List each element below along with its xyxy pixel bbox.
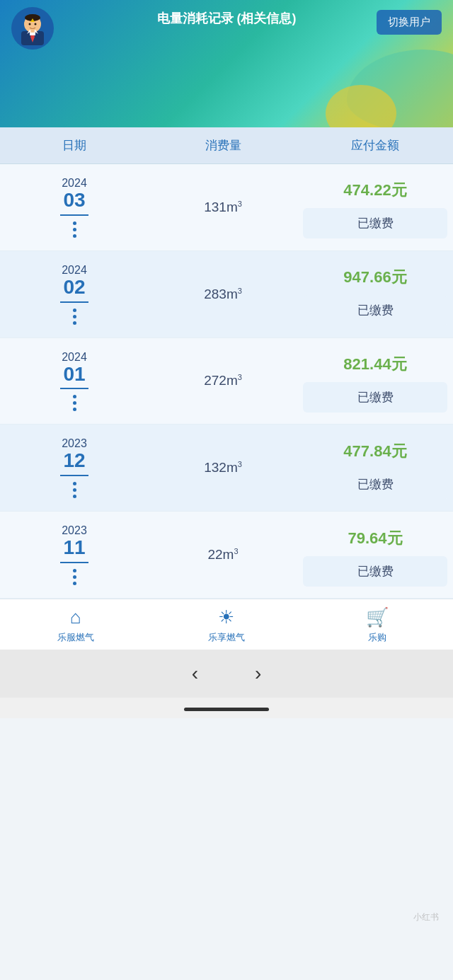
date-month-0: 03 bbox=[63, 190, 85, 212]
watermark: 小红书 bbox=[413, 911, 439, 923]
usage-value-4: 22 bbox=[207, 547, 222, 563]
svg-point-6 bbox=[29, 23, 31, 25]
home-icon: ⌂ bbox=[70, 606, 81, 628]
dot bbox=[73, 228, 76, 231]
dot bbox=[73, 221, 76, 225]
browser-nav: ‹ › bbox=[0, 650, 453, 698]
amount-status-4: 已缴费 bbox=[303, 556, 447, 587]
table-row[interactable]: 2023 12 132m3 477.84元 已缴费 bbox=[0, 425, 453, 512]
amount-status-0: 已缴费 bbox=[303, 208, 447, 238]
dot bbox=[73, 569, 76, 572]
home-indicator bbox=[184, 708, 269, 711]
date-dots-2 bbox=[73, 395, 76, 411]
usage-value-0: 131 bbox=[204, 200, 226, 215]
col-header-date: 日期 bbox=[0, 137, 149, 154]
amount-col-3: 477.84元 已缴费 bbox=[297, 425, 453, 511]
date-dots-3 bbox=[73, 482, 76, 498]
bottom-bar bbox=[0, 698, 453, 718]
nav-item-1[interactable]: ☀ 乐享燃气 bbox=[151, 606, 302, 644]
table-header: 日期 消费量 应付金额 bbox=[0, 127, 453, 164]
avatar bbox=[11, 7, 54, 50]
switch-user-button[interactable]: 切换用户 bbox=[377, 10, 442, 35]
amount-status-3: 已缴费 bbox=[303, 469, 447, 500]
table-row[interactable]: 2024 01 272m3 821.44元 已缴费 bbox=[0, 338, 453, 425]
header-title: 电量消耗记录 (相关信息) bbox=[157, 10, 297, 27]
date-col-2: 2024 01 bbox=[0, 338, 149, 425]
date-dots-0 bbox=[73, 221, 76, 238]
dot bbox=[73, 321, 76, 325]
bottom-nav: ⌂ 乐服燃气 ☀ 乐享燃气 🛒 乐购 bbox=[0, 599, 453, 650]
date-month-1: 02 bbox=[63, 277, 85, 299]
table-row[interactable]: 2024 02 283m3 947.66元 已缴费 bbox=[0, 251, 453, 338]
table-row[interactable]: 2024 03 131m3 474.22元 已缴费 bbox=[0, 164, 453, 251]
date-year-1: 2024 bbox=[62, 264, 87, 277]
back-button[interactable]: ‹ bbox=[192, 662, 198, 685]
date-col-3: 2023 12 bbox=[0, 425, 149, 511]
amount-col-0: 474.22元 已缴费 bbox=[297, 164, 453, 250]
date-col-1: 2024 02 bbox=[0, 251, 149, 338]
col-header-amount: 应付金额 bbox=[297, 137, 453, 154]
usage-value-2: 272 bbox=[204, 373, 226, 388]
dot bbox=[73, 401, 76, 405]
nav-label-0: 乐服燃气 bbox=[57, 631, 94, 644]
date-line-0 bbox=[60, 214, 88, 216]
usage-value-1: 283 bbox=[204, 287, 226, 302]
date-year-3: 2023 bbox=[62, 437, 87, 450]
dot bbox=[73, 234, 76, 238]
date-line-4 bbox=[60, 562, 88, 563]
amount-value-3: 477.84元 bbox=[297, 430, 453, 469]
shopping-icon: 🛒 bbox=[366, 606, 389, 628]
date-line-1 bbox=[60, 301, 88, 303]
amount-status-1: 已缴费 bbox=[303, 295, 447, 325]
dot bbox=[73, 582, 76, 585]
nav-item-2[interactable]: 🛒 乐购 bbox=[302, 606, 453, 644]
dot bbox=[73, 408, 76, 411]
forward-button[interactable]: › bbox=[255, 662, 261, 685]
date-year-2: 2024 bbox=[62, 351, 87, 364]
usage-col-2: 272m3 bbox=[149, 338, 297, 425]
header: 电量消耗记录 (相关信息) 切换用户 bbox=[0, 0, 453, 127]
date-col-0: 2024 03 bbox=[0, 164, 149, 250]
usage-unit-2: m3 bbox=[226, 373, 242, 388]
date-col-4: 2023 11 bbox=[0, 512, 149, 598]
svg-point-7 bbox=[35, 23, 37, 25]
nav-label-2: 乐购 bbox=[368, 631, 386, 644]
usage-unit-3: m3 bbox=[226, 460, 242, 475]
date-line-2 bbox=[60, 388, 88, 389]
date-line-3 bbox=[60, 475, 88, 476]
date-year-0: 2024 bbox=[62, 177, 87, 190]
usage-unit-1: m3 bbox=[226, 287, 242, 302]
usage-col-1: 283m3 bbox=[149, 251, 297, 338]
col-header-usage: 消费量 bbox=[149, 137, 297, 154]
table-row[interactable]: 2023 11 22m3 79.64元 已缴费 bbox=[0, 512, 453, 599]
dot bbox=[73, 488, 76, 492]
records-list: 2024 03 131m3 474.22元 已缴费 2024 02 bbox=[0, 164, 453, 599]
date-month-3: 12 bbox=[63, 450, 85, 472]
usage-unit-4: m3 bbox=[223, 547, 239, 563]
amount-col-1: 947.66元 已缴费 bbox=[297, 251, 453, 338]
usage-value-3: 132 bbox=[204, 460, 226, 475]
amount-value-1: 947.66元 bbox=[297, 255, 453, 295]
usage-col-4: 22m3 bbox=[149, 512, 297, 598]
amount-value-2: 821.44元 bbox=[297, 342, 453, 382]
dot bbox=[73, 575, 76, 579]
dot bbox=[73, 495, 76, 498]
nav-label-1: 乐享燃气 bbox=[208, 631, 245, 644]
amount-value-0: 474.22元 bbox=[297, 168, 453, 208]
amount-col-2: 821.44元 已缴费 bbox=[297, 338, 453, 425]
date-dots-4 bbox=[73, 569, 76, 585]
amount-status-2: 已缴费 bbox=[303, 382, 447, 413]
date-dots-1 bbox=[73, 309, 76, 325]
date-month-4: 11 bbox=[63, 537, 85, 559]
usage-unit-0: m3 bbox=[226, 200, 242, 215]
usage-col-3: 132m3 bbox=[149, 425, 297, 511]
date-year-4: 2023 bbox=[62, 524, 87, 537]
dot bbox=[73, 395, 76, 398]
amount-value-4: 79.64元 bbox=[297, 517, 453, 556]
nav-item-0[interactable]: ⌂ 乐服燃气 bbox=[0, 606, 151, 644]
amount-col-4: 79.64元 已缴费 bbox=[297, 512, 453, 598]
dot bbox=[73, 309, 76, 312]
date-month-2: 01 bbox=[63, 364, 85, 386]
dot bbox=[73, 315, 76, 318]
dot bbox=[73, 482, 76, 485]
